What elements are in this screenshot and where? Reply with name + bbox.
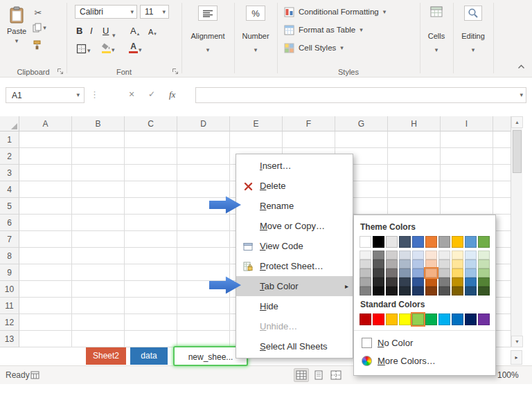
theme-tint-swatch[interactable] <box>399 251 411 260</box>
page-layout-view-button[interactable] <box>311 368 326 382</box>
collapse-ribbon-button[interactable] <box>517 62 525 71</box>
theme-tint-swatch[interactable] <box>399 278 411 287</box>
zoom-level[interactable]: 100% <box>497 366 526 384</box>
theme-color-swatch[interactable] <box>373 236 384 248</box>
theme-color-swatch[interactable] <box>412 236 424 248</box>
row-header-5[interactable]: 5 <box>0 198 19 215</box>
standard-color-swatch[interactable] <box>399 313 411 325</box>
theme-tint-swatch[interactable] <box>465 260 477 269</box>
ribbon-group-cells[interactable]: Cells ▾ <box>420 0 453 78</box>
theme-tint-swatch[interactable] <box>478 269 490 278</box>
normal-view-button[interactable] <box>294 368 309 382</box>
scroll-up-button[interactable]: ▲ <box>511 116 523 128</box>
menu-item-delete[interactable]: Delete <box>236 176 353 196</box>
column-header-C[interactable]: C <box>125 116 177 131</box>
theme-tint-swatch[interactable] <box>438 260 450 269</box>
column-header-H[interactable]: H <box>388 116 441 131</box>
row-header-12[interactable]: 12 <box>0 314 19 331</box>
theme-tint-swatch[interactable] <box>425 251 437 260</box>
more-colors-item[interactable]: More Colors… <box>360 352 490 370</box>
theme-tint-swatch[interactable] <box>425 269 437 278</box>
scrollbar-thumb[interactable] <box>513 130 522 173</box>
theme-tint-swatch[interactable] <box>452 287 463 296</box>
row-header-9[interactable]: 9 <box>0 264 19 281</box>
font-dialog-launcher[interactable] <box>172 67 179 75</box>
theme-tint-swatch[interactable] <box>438 287 450 296</box>
theme-tint-swatch[interactable] <box>425 278 437 287</box>
theme-tint-swatch[interactable] <box>360 278 371 287</box>
theme-tint-swatch[interactable] <box>386 260 398 269</box>
menu-item-move-or-copy[interactable]: Move or Copy… <box>236 216 353 236</box>
theme-color-swatch[interactable] <box>465 236 477 248</box>
no-color-item[interactable]: No Color <box>360 334 490 352</box>
row-header-3[interactable]: 3 <box>0 165 19 181</box>
decrease-font-button[interactable]: A ▾ <box>147 23 158 36</box>
theme-tint-swatch[interactable] <box>386 251 398 260</box>
standard-color-swatch[interactable] <box>386 313 398 325</box>
font-color-button[interactable]: A ▾ <box>127 40 143 53</box>
enter-button[interactable]: ✓ <box>148 89 155 99</box>
select-all-button[interactable] <box>0 116 19 131</box>
standard-color-swatch[interactable] <box>452 313 463 325</box>
italic-button[interactable]: I <box>89 23 94 36</box>
theme-tint-swatch[interactable] <box>465 251 477 260</box>
menu-item-hide[interactable]: Hide <box>236 296 353 316</box>
theme-tint-swatch[interactable] <box>438 269 450 278</box>
menu-item-tab-color[interactable]: Tab Color▸ <box>236 276 353 296</box>
name-box[interactable]: A1 ▾ <box>6 87 85 103</box>
tab-scroll-right-button[interactable]: ▸ <box>511 350 522 365</box>
theme-color-swatch[interactable] <box>425 236 437 248</box>
ribbon-group-alignment[interactable]: Alignment ▾ <box>181 0 234 78</box>
column-header-G[interactable]: G <box>335 116 388 131</box>
borders-button[interactable]: ▾ <box>75 41 92 54</box>
menu-item-select-all-sheets[interactable]: Select All Sheets <box>236 336 353 356</box>
menu-item-rename[interactable]: Rename <box>236 196 353 216</box>
row-header-1[interactable]: 1 <box>0 131 19 148</box>
theme-tint-swatch[interactable] <box>373 278 384 287</box>
theme-tint-swatch[interactable] <box>478 287 490 296</box>
row-header-10[interactable]: 10 <box>0 281 19 298</box>
increase-font-button[interactable]: A ▴ <box>129 23 141 36</box>
vertical-scrollbar[interactable]: ▲ ▼ <box>511 116 522 347</box>
theme-tint-swatch[interactable] <box>412 269 424 278</box>
scroll-down-button[interactable]: ▼ <box>511 336 523 347</box>
formula-input[interactable]: ▾ <box>195 87 526 103</box>
standard-color-swatch[interactable] <box>360 313 371 325</box>
insert-function-button[interactable]: fx <box>169 89 175 100</box>
underline-dropdown[interactable]: ▾ <box>111 26 117 39</box>
theme-tint-swatch[interactable] <box>360 260 371 269</box>
theme-color-swatch[interactable] <box>360 236 371 248</box>
menu-item-protect-sheet[interactable]: Protect Sheet… <box>236 256 353 276</box>
format-painter-button[interactable] <box>29 38 44 52</box>
theme-tint-swatch[interactable] <box>438 278 450 287</box>
theme-tint-swatch[interactable] <box>373 269 384 278</box>
standard-color-swatch[interactable] <box>465 313 477 325</box>
standard-color-swatch[interactable] <box>438 313 450 325</box>
font-name-combo[interactable]: Calibri ▾ <box>75 5 137 19</box>
row-header-7[interactable]: 7 <box>0 231 19 248</box>
theme-tint-swatch[interactable] <box>386 269 398 278</box>
bold-button[interactable]: B <box>75 23 84 36</box>
theme-tint-swatch[interactable] <box>465 287 477 296</box>
column-header-F[interactable]: F <box>283 116 335 131</box>
row-header-8[interactable]: 8 <box>0 248 19 264</box>
theme-tint-swatch[interactable] <box>386 278 398 287</box>
row-header-4[interactable]: 4 <box>0 181 19 198</box>
sheet-tab-data[interactable]: data <box>130 347 168 365</box>
underline-button[interactable]: U <box>101 23 110 36</box>
row-header-2[interactable]: 2 <box>0 148 19 165</box>
macro-record-icon[interactable] <box>30 371 39 381</box>
theme-color-swatch[interactable] <box>386 236 398 248</box>
column-header-D[interactable]: D <box>177 116 230 131</box>
menu-item-view-code[interactable]: View Code <box>236 236 353 256</box>
font-size-combo[interactable]: 11 ▾ <box>140 5 169 19</box>
theme-tint-swatch[interactable] <box>425 260 437 269</box>
standard-color-swatch[interactable] <box>412 313 424 325</box>
ribbon-group-editing[interactable]: Editing ▾ <box>453 0 493 78</box>
theme-tint-swatch[interactable] <box>452 269 463 278</box>
standard-color-swatch[interactable] <box>425 313 437 325</box>
cut-button[interactable]: ✂ <box>30 6 46 19</box>
theme-tint-swatch[interactable] <box>465 269 477 278</box>
theme-tint-swatch[interactable] <box>373 260 384 269</box>
theme-tint-swatch[interactable] <box>438 251 450 260</box>
